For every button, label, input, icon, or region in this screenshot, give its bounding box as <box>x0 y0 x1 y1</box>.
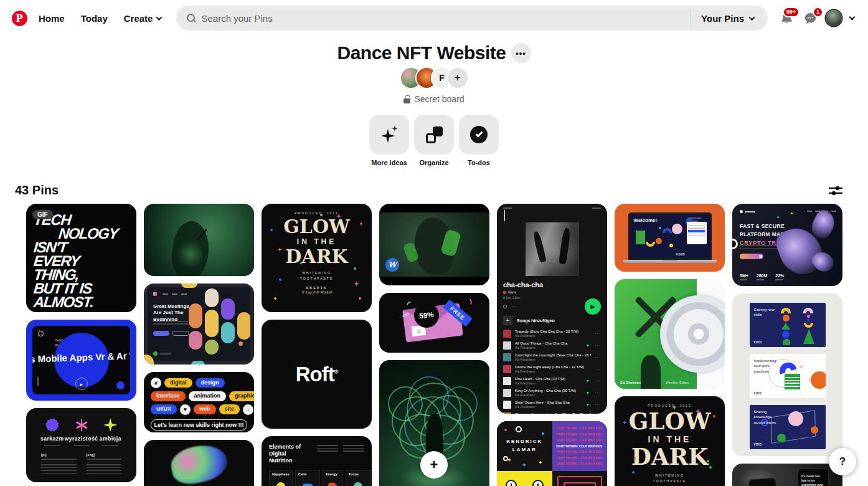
pin-skills-cards[interactable]: Gaining new skills VOID Implementing new… <box>732 293 842 456</box>
portrait-pill <box>205 340 219 355</box>
secret-board-label: Secret board <box>414 94 464 104</box>
lock-icon <box>403 95 410 103</box>
liked-icon: ♥ <box>587 343 589 348</box>
portrait-pill <box>221 298 235 320</box>
pin-glow-in-the-dark[interactable]: PRODUCED: 2019 GLOW IN THE DARK WHITENIN… <box>615 396 725 486</box>
pin-spotify-playlist[interactable]: cha-cha-cha Maria 8 Std. 1 Min. ··· ▶ + … <box>497 204 607 414</box>
decor <box>73 445 90 446</box>
pin-crypto-landing[interactable]: FAST & SECURE PLATFORM MADE FOR CRYPTO T… <box>732 204 842 286</box>
hash-tag: # <box>151 378 161 388</box>
more-ideas-button[interactable]: More ideas <box>369 115 409 166</box>
top-nav: P Home Today Create Your Pins 99+ 1 <box>0 0 868 36</box>
profile-button[interactable] <box>823 7 845 29</box>
pinterest-logo-icon: P <box>12 11 27 26</box>
tags-cta: Let's learn new skills right now !!! <box>151 419 247 431</box>
pinterest-board-page: P Home Today Create Your Pins 99+ 1 Danc… <box>0 0 868 486</box>
pin-glow-in-the-dark[interactable]: PRODUCED: 2019 GLOW IN THE DARK WHITENIN… <box>262 204 372 312</box>
kendrick-poster: KENDRICKLAMAR <box>497 421 552 471</box>
nav-home[interactable]: Home <box>31 6 72 31</box>
phone-mockup: It's never too late to try something new <box>798 469 829 486</box>
odesza-poster: ODESZA <box>497 471 552 486</box>
coldwarkids-poster: DAMY BROWN / COLD WAR KIDS DAMY BROWN / … <box>552 421 608 471</box>
pin-music-video[interactable]: W <box>379 204 489 285</box>
chevron-down-icon[interactable] <box>849 14 856 21</box>
notifications-badge: 99+ <box>783 7 800 17</box>
confetti <box>463 297 473 307</box>
text-placeholder <box>87 459 122 475</box>
add-pin-fab[interactable]: + <box>420 451 448 479</box>
nav-create[interactable]: Create <box>116 6 169 31</box>
board-actions: More ideas Organize To-dos <box>0 115 868 166</box>
pins-bar: 43 Pins <box>0 166 868 204</box>
notifications-button[interactable]: 99+ <box>775 7 798 29</box>
logo-icon <box>38 331 44 336</box>
pink-circle <box>672 224 682 234</box>
grid-column: Great Meetings Are Just The Beginning <box>144 204 254 486</box>
board-title-row: Dance NFT Website ••• <box>0 42 868 64</box>
search-bar[interactable]: Your Pins <box>176 6 768 31</box>
asterisk-icon <box>74 417 89 432</box>
portrait-pill <box>189 331 202 350</box>
secret-board-row: Secret board <box>0 94 868 104</box>
ring-decor <box>732 239 738 249</box>
avatar <box>826 10 842 26</box>
help-button[interactable]: ? <box>829 448 856 475</box>
sparkle-icon <box>103 418 117 432</box>
gif-badge: GIF <box>32 210 53 219</box>
logo-icon <box>153 292 157 296</box>
nav-create-label: Create <box>124 13 153 24</box>
pin-parade-blob[interactable]: PARADE <box>144 440 254 486</box>
messages-button[interactable]: 1 <box>799 7 821 29</box>
song-row: King Of Anything - Cha Cha (30 T/M)Via F… <box>503 387 601 399</box>
your-pins-dropdown[interactable]: Your Pins <box>691 10 764 26</box>
person-icon <box>503 305 507 308</box>
pin-word-shapes[interactable]: sarkazm wyrazistość ambicja <box>26 408 136 482</box>
text-placeholder <box>41 459 77 475</box>
chevron-down-icon <box>749 14 755 21</box>
pin-phones-smoke[interactable]: It's never too late to try something new <box>732 464 842 486</box>
pinterest-logo[interactable]: P <box>9 7 30 29</box>
portrait-pill <box>237 312 250 340</box>
portrait-pill <box>221 322 235 343</box>
laptop-mockup: Welcome! Log in to your workspace VOI <box>628 212 712 263</box>
filter-sliders-icon[interactable] <box>828 184 843 197</box>
grid-column: PRODUCED: 2019 GLOW IN THE DARK WHITENIN… <box>262 204 372 486</box>
pin-technology-typography[interactable]: TECH NOLOGY ISN'T EVERY THING, BUT IT IS… <box>26 204 136 312</box>
song-row: Sittin' Down Here - Cha Cha ChaVia Fried… <box>503 399 601 411</box>
board-more-button[interactable]: ••• <box>511 43 531 63</box>
pin-meetings-landing[interactable]: Great Meetings Are Just The Beginning <box>144 284 254 364</box>
nav-today[interactable]: Today <box>73 6 115 31</box>
organize-button[interactable]: Organize <box>414 115 454 166</box>
pin-festival-posters[interactable]: KENDRICKLAMAR DAMY BROWN / COLD WAR KIDS… <box>497 421 607 486</box>
messages-badge: 1 <box>813 7 823 17</box>
pin-singer-photo[interactable] <box>144 204 254 276</box>
more-dots: ··· <box>512 304 517 310</box>
tag-pill: animation <box>189 391 227 401</box>
pin-digital-nutrition[interactable]: Elements ofDigital Nutrition Happiness C… <box>262 436 372 486</box>
chevron-down-icon <box>156 14 163 21</box>
add-collaborator-button[interactable]: + <box>448 68 468 88</box>
pin-welcome-laptop[interactable]: Welcome! Log in to your workspace VOI <box>615 204 725 272</box>
glow <box>177 240 204 269</box>
pin-ed-sheeran-album[interactable]: Ed Sheeran Wembley Edition <box>615 279 725 389</box>
pin-discount-voucher[interactable]: Z 59% FREE SALE <box>379 293 489 353</box>
playlist-title: cha-cha-cha <box>503 281 601 288</box>
pin-skill-tags[interactable]: # digital design interface animation gra… <box>144 372 254 432</box>
dot <box>238 341 243 346</box>
tag-pill: digital <box>164 378 192 388</box>
page-title: Dance NFT Website <box>337 42 506 64</box>
word-item: wyrazistość <box>66 417 97 446</box>
pin-digital-agency[interactable]: Hello! We are The Digital Agency s Mobil… <box>26 320 136 401</box>
agency-ticker: s Mobile Apps Vr & Ar Wel <box>32 350 130 364</box>
login-card <box>687 222 707 244</box>
search-input[interactable] <box>201 13 691 24</box>
green-rect <box>636 231 645 244</box>
pins-count: 43 Pins <box>15 183 59 198</box>
text-placeholder <box>153 321 188 326</box>
blob <box>354 482 362 486</box>
text-placeholder <box>317 445 338 453</box>
todos-button[interactable]: To-dos <box>459 115 499 166</box>
login-button <box>688 230 705 232</box>
nutrition-grid: Happiness Calm Energy Focus Motivation C… <box>269 470 364 486</box>
pin-roft-logo[interactable]: Roft® <box>262 320 372 429</box>
